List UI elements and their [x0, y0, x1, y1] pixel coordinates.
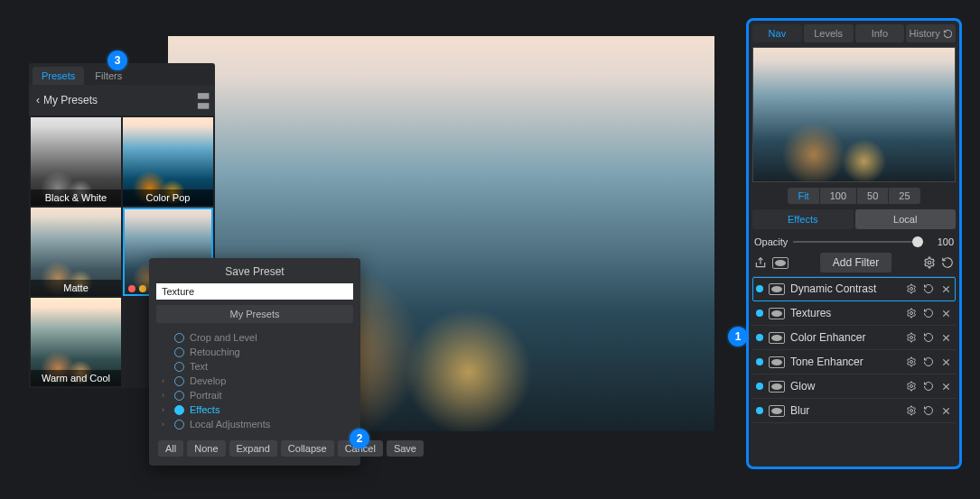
filter-reset-icon[interactable]: [922, 307, 935, 319]
zoom-25[interactable]: 25: [889, 188, 919, 204]
filter-delete-icon[interactable]: [939, 356, 952, 368]
svg-point-1: [910, 288, 913, 291]
tab-history[interactable]: History: [906, 24, 956, 42]
opacity-value: 100: [929, 236, 954, 247]
filter-delete-icon[interactable]: [939, 307, 952, 319]
filter-reset-icon[interactable]: [922, 331, 935, 344]
preset-name-input[interactable]: [156, 283, 353, 300]
filter-visibility-toggle[interactable]: [756, 285, 763, 292]
opacity-slider[interactable]: [793, 241, 923, 243]
mask-icon[interactable]: [772, 257, 789, 269]
filter-gear-icon[interactable]: [905, 380, 918, 393]
filter-visibility-toggle[interactable]: [756, 358, 763, 365]
filter-textures[interactable]: Textures: [752, 301, 956, 326]
opacity-label: Opacity: [754, 236, 788, 247]
dot-red-icon: [128, 285, 135, 292]
add-filter-button[interactable]: Add Filter: [820, 253, 891, 273]
save-preset-title: Save Preset: [156, 265, 353, 278]
filter-mask-icon[interactable]: [769, 356, 785, 368]
preset-matte[interactable]: Matte: [31, 208, 121, 296]
svg-point-10: [910, 361, 913, 364]
filter-reset-icon[interactable]: [922, 282, 935, 295]
filter-reset-icon[interactable]: [922, 380, 935, 393]
filter-visibility-toggle[interactable]: [756, 334, 763, 341]
svg-point-13: [910, 385, 913, 388]
filter-dynamic-contrast[interactable]: Dynamic Contrast: [752, 277, 956, 301]
filter-glow[interactable]: Glow: [752, 374, 956, 399]
none-button[interactable]: None: [187, 440, 225, 457]
export-icon[interactable]: [754, 256, 767, 269]
svg-point-0: [928, 261, 931, 264]
filter-delete-icon[interactable]: [939, 404, 952, 417]
filter-mask-icon[interactable]: [769, 332, 785, 344]
zoom-fit[interactable]: Fit: [788, 188, 818, 204]
breadcrumb[interactable]: ‹ My Presets ◼◼◼◼: [29, 85, 215, 116]
save-preset-buttons: All None Expand Collapse Cancel Save: [156, 435, 353, 457]
preset-black-and-white[interactable]: Black & White: [31, 117, 121, 206]
zoom-100[interactable]: 100: [820, 188, 856, 204]
filter-visibility-toggle[interactable]: [756, 310, 763, 317]
svg-point-4: [910, 312, 913, 315]
tab-effects[interactable]: Effects: [752, 209, 854, 229]
grid-view-icon[interactable]: ◼◼◼◼: [197, 90, 208, 110]
filter-tone-enhancer[interactable]: Tone Enhancer: [752, 350, 956, 374]
filter-delete-icon[interactable]: [939, 331, 952, 344]
filter-visibility-toggle[interactable]: [756, 407, 763, 414]
filter-visibility-toggle[interactable]: [756, 383, 763, 390]
filter-list: Dynamic Contrast Textures Color Enhancer…: [752, 276, 956, 423]
navigator-thumbnail[interactable]: [752, 47, 956, 182]
inspector-tabs: Nav Levels Info History: [752, 24, 956, 42]
filter-gear-icon[interactable]: [905, 282, 918, 295]
filter-delete-icon[interactable]: [939, 282, 952, 295]
callout-3: 3: [107, 51, 127, 70]
save-button[interactable]: Save: [387, 440, 424, 457]
tree-retouching[interactable]: Retouching: [162, 345, 348, 359]
tree-effects[interactable]: ›Effects: [162, 402, 348, 417]
tab-info[interactable]: Info: [855, 24, 905, 42]
undo-icon: [943, 29, 953, 39]
filter-gear-icon[interactable]: [905, 307, 918, 319]
filter-gear-icon[interactable]: [905, 404, 918, 417]
callout-2: 2: [350, 429, 369, 448]
filter-mask-icon[interactable]: [769, 405, 785, 417]
tree-local-adjustments[interactable]: ›Local Adjustments: [162, 417, 348, 431]
filter-mask-icon[interactable]: [769, 283, 785, 295]
expand-button[interactable]: Expand: [229, 440, 277, 457]
zoom-controls: Fit 100 50 25: [752, 188, 956, 204]
filter-color-enhancer[interactable]: Color Enhancer: [752, 326, 956, 350]
preset-color-pop[interactable]: Color Pop: [123, 117, 213, 206]
save-preset-popover: Save Preset My Presets Crop and Level Re…: [149, 258, 360, 466]
inspector-panel: Nav Levels Info History Fit 100 50 25 Ef…: [746, 18, 962, 469]
filter-mask-icon[interactable]: [769, 381, 785, 393]
tree-portrait[interactable]: ›Portrait: [162, 388, 348, 402]
breadcrumb-label: My Presets: [43, 94, 98, 106]
gear-icon[interactable]: [923, 256, 936, 269]
tree-develop[interactable]: ›Develop: [162, 374, 348, 388]
opacity-row: Opacity 100: [752, 236, 956, 253]
zoom-50[interactable]: 50: [857, 188, 888, 204]
filter-reset-icon[interactable]: [922, 356, 935, 368]
callout-1: 1: [728, 327, 748, 347]
filter-reset-icon[interactable]: [922, 404, 935, 417]
tab-filters[interactable]: Filters: [86, 67, 131, 85]
reset-icon[interactable]: [941, 256, 954, 269]
svg-point-7: [910, 337, 913, 339]
filter-delete-icon[interactable]: [939, 380, 952, 393]
include-tree: Crop and Level Retouching Text ›Develop …: [156, 328, 353, 435]
back-chevron-icon[interactable]: ‹: [36, 94, 40, 106]
filter-gear-icon[interactable]: [905, 356, 918, 368]
filter-gear-icon[interactable]: [905, 331, 918, 344]
tab-nav[interactable]: Nav: [752, 24, 802, 42]
collapse-button[interactable]: Collapse: [281, 440, 334, 457]
preset-group-button[interactable]: My Presets: [156, 305, 353, 323]
all-button[interactable]: All: [158, 440, 183, 457]
preset-warm-and-cool[interactable]: Warm and Cool: [31, 298, 121, 386]
tab-levels[interactable]: Levels: [804, 24, 854, 42]
tree-text[interactable]: Text: [162, 359, 348, 374]
filter-blur[interactable]: Blur: [752, 399, 956, 423]
add-filter-row: Add Filter: [752, 253, 956, 276]
tab-local[interactable]: Local: [855, 209, 957, 229]
tree-crop-and-level[interactable]: Crop and Level: [162, 330, 348, 345]
tab-presets[interactable]: Presets: [33, 67, 84, 85]
filter-mask-icon[interactable]: [769, 308, 785, 319]
